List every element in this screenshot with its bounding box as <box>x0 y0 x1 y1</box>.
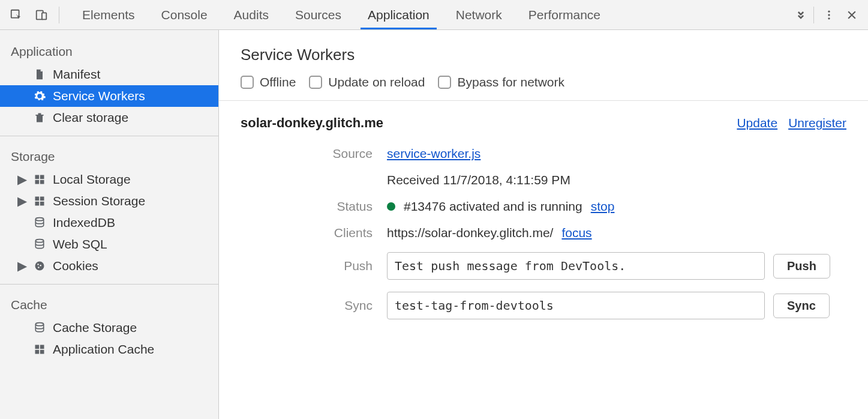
checkbox-icon[interactable] <box>241 76 254 89</box>
svg-rect-10 <box>35 197 40 201</box>
sidebar-item-label: Application Cache <box>53 342 154 357</box>
svg-rect-21 <box>35 345 40 349</box>
svg-point-19 <box>38 267 40 268</box>
push-button[interactable]: Push <box>773 254 830 279</box>
tab-console[interactable]: Console <box>148 0 221 29</box>
tree-arrow-icon[interactable]: ▶ <box>18 172 26 187</box>
db-icon <box>32 216 47 230</box>
push-row: Push <box>387 252 846 280</box>
origin-host: solar-donkey.glitch.me <box>241 115 383 131</box>
sidebar-item-label: Clear storage <box>53 110 128 125</box>
kebab-menu-icon[interactable] <box>819 5 839 25</box>
detail-grid: Source service-worker.js Received 11/7/2… <box>241 146 846 319</box>
checkbox-icon[interactable] <box>309 76 322 89</box>
option-label: Update on reload <box>328 75 425 89</box>
tab-elements[interactable]: Elements <box>69 0 148 29</box>
db-icon <box>32 321 47 335</box>
db-icon <box>32 237 47 252</box>
tab-audits[interactable]: Audits <box>221 0 282 29</box>
sidebar-heading: Application <box>0 38 218 64</box>
sidebar-item-session-storage[interactable]: ▶Session Storage <box>0 190 218 212</box>
push-input[interactable] <box>387 252 765 280</box>
status-value: #13476 activated and is running stop <box>387 199 846 214</box>
svg-point-14 <box>35 218 43 221</box>
trash-icon <box>32 110 47 125</box>
sidebar-item-label: Cookies <box>53 259 98 273</box>
svg-rect-24 <box>40 350 44 354</box>
tab-application[interactable]: Application <box>355 0 443 29</box>
sidebar-item-manifest[interactable]: Manifest <box>0 64 218 85</box>
focus-link[interactable]: focus <box>561 226 591 240</box>
gear-icon <box>32 89 47 103</box>
main-area: ApplicationManifestService WorkersClear … <box>0 30 868 419</box>
option-label: Offline <box>260 75 296 89</box>
option-label: Bypass for network <box>457 75 564 89</box>
option-bypass-for-network[interactable]: Bypass for network <box>438 75 564 89</box>
sidebar-item-label: Manifest <box>53 67 100 82</box>
option-update-on-reload[interactable]: Update on reload <box>309 75 425 89</box>
divider <box>59 7 59 23</box>
status-dot-icon <box>387 202 395 211</box>
panel-title: Service Workers <box>241 46 846 64</box>
cookie-icon <box>32 259 47 273</box>
option-offline[interactable]: Offline <box>241 75 296 89</box>
client-url: https://solar-donkey.glitch.me/ <box>387 226 553 240</box>
toolbar-right <box>811 5 862 25</box>
stop-link[interactable]: stop <box>591 199 615 214</box>
sidebar-divider <box>0 284 218 285</box>
svg-point-15 <box>35 240 43 243</box>
sidebar-item-cookies[interactable]: ▶Cookies <box>0 255 218 277</box>
source-label: Source <box>241 146 373 161</box>
update-link[interactable]: Update <box>737 116 777 130</box>
tabs-container: ElementsConsoleAuditsSourcesApplicationN… <box>69 0 791 29</box>
clients-label: Clients <box>241 226 373 240</box>
source-link[interactable]: service-worker.js <box>387 146 480 161</box>
svg-point-5 <box>828 17 830 19</box>
sidebar-divider <box>0 136 218 136</box>
origin-actions: Update Unregister <box>737 116 846 130</box>
sidebar-item-label: Local Storage <box>53 172 131 187</box>
unregister-link[interactable]: Unregister <box>788 116 846 130</box>
sidebar-heading: Storage <box>0 143 218 169</box>
status-text: #13476 activated and is running <box>404 199 582 214</box>
file-icon <box>32 67 47 82</box>
separator <box>219 100 868 101</box>
svg-point-4 <box>828 14 830 16</box>
sidebar-item-label: IndexedDB <box>53 216 115 230</box>
tab-sources[interactable]: Sources <box>282 0 355 29</box>
sync-button[interactable]: Sync <box>773 294 830 318</box>
svg-rect-22 <box>40 345 44 349</box>
sidebar-item-label: Web SQL <box>53 237 107 252</box>
sync-row: Sync <box>387 292 846 319</box>
tab-network[interactable]: Network <box>443 0 515 29</box>
device-toggle-icon[interactable] <box>31 5 52 25</box>
sidebar-item-service-workers[interactable]: Service Workers <box>0 85 218 107</box>
application-sidebar: ApplicationManifestService WorkersClear … <box>0 30 219 419</box>
svg-point-16 <box>35 262 44 271</box>
sidebar-item-local-storage[interactable]: ▶Local Storage <box>0 169 218 190</box>
devtools-toolbar: ElementsConsoleAuditsSourcesApplicationN… <box>0 0 868 30</box>
grid-icon <box>32 172 47 187</box>
tab-performance[interactable]: Performance <box>515 0 614 29</box>
sidebar-item-label: Cache Storage <box>53 321 137 335</box>
svg-point-18 <box>40 265 41 267</box>
clients-value: https://solar-donkey.glitch.me/ focus <box>387 226 846 240</box>
sidebar-item-label: Service Workers <box>53 89 145 103</box>
inspect-icon[interactable] <box>6 5 26 25</box>
sidebar-item-web-sql[interactable]: Web SQL <box>0 234 218 255</box>
sidebar-item-cache-storage[interactable]: Cache Storage <box>0 317 218 339</box>
svg-rect-2 <box>42 13 46 19</box>
source-value: service-worker.js <box>387 146 846 161</box>
sidebar-heading: Cache <box>0 292 218 317</box>
tree-arrow-icon[interactable]: ▶ <box>18 259 26 273</box>
sync-input[interactable] <box>387 292 765 319</box>
tree-arrow-icon[interactable]: ▶ <box>18 194 26 208</box>
origin-row: solar-donkey.glitch.me Update Unregister <box>241 115 846 131</box>
sidebar-item-clear-storage[interactable]: Clear storage <box>0 107 218 128</box>
sidebar-item-application-cache[interactable]: Application Cache <box>0 339 218 360</box>
checkbox-icon[interactable] <box>438 76 451 89</box>
sidebar-item-indexeddb[interactable]: IndexedDB <box>0 212 218 234</box>
grid-icon <box>32 194 47 208</box>
more-tabs-icon[interactable] <box>791 5 811 25</box>
close-icon[interactable] <box>842 5 862 25</box>
